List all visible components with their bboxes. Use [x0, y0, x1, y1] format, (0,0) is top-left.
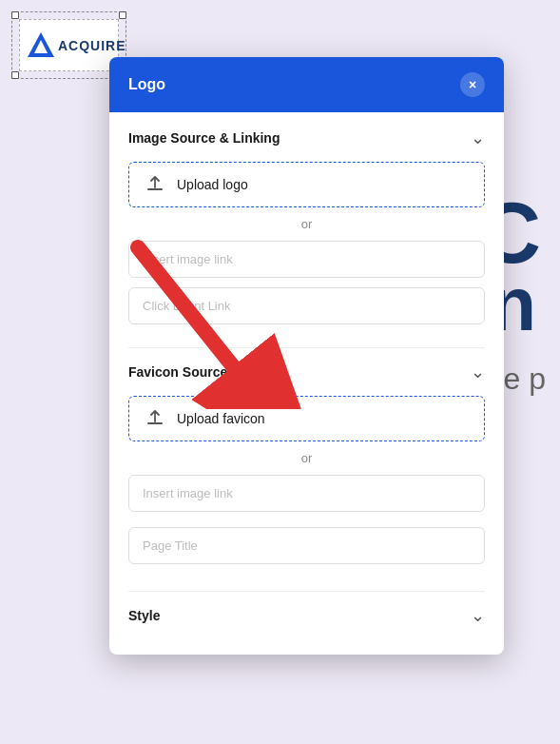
image-link-input[interactable] — [128, 241, 485, 278]
upload-logo-button[interactable]: Upload logo — [128, 162, 485, 207]
modal-title: Logo — [128, 76, 165, 93]
or-divider-1: or — [128, 217, 485, 231]
bg-logo-text: ACQUIRE — [58, 38, 126, 53]
click-event-link-input[interactable] — [128, 287, 485, 324]
upload-logo-icon — [145, 174, 165, 195]
svg-rect-5 — [147, 422, 163, 424]
handle-tl — [11, 11, 19, 19]
section-divider-2 — [128, 591, 485, 592]
page-title-input[interactable] — [128, 527, 485, 564]
section-divider-1 — [128, 347, 485, 348]
svg-rect-4 — [147, 188, 163, 190]
upload-favicon-label: Upload favicon — [177, 411, 265, 426]
favicon-image-link-input[interactable] — [128, 475, 485, 512]
image-source-title: Image Source & Linking — [128, 130, 280, 146]
style-section-header[interactable]: Style ⌄ — [128, 605, 485, 626]
logo-modal: Logo × Image Source & Linking ⌄ Upload l… — [109, 57, 504, 655]
modal-close-button[interactable]: × — [460, 72, 485, 97]
favicon-title: Favicon Source — [128, 364, 227, 380]
upload-logo-label: Upload logo — [177, 177, 248, 192]
handle-tr — [119, 11, 126, 19]
modal-body: Image Source & Linking ⌄ Upload logo or … — [109, 112, 504, 655]
image-source-section-header[interactable]: Image Source & Linking ⌄ — [128, 127, 485, 148]
bg-logo-box: ACQUIRE — [19, 19, 119, 71]
style-chevron-icon: ⌄ — [471, 605, 485, 626]
style-title: Style — [128, 608, 160, 623]
or-divider-2: or — [128, 451, 485, 465]
bg-logo-area: ACQUIRE — [19, 19, 119, 71]
favicon-section-header[interactable]: Favicon Source ⌄ — [128, 362, 485, 382]
handle-bl — [11, 71, 19, 79]
bg-logo-icon — [26, 30, 56, 61]
modal-header: Logo × — [109, 57, 504, 112]
upload-favicon-button[interactable]: Upload favicon — [128, 396, 485, 441]
image-source-chevron-icon: ⌄ — [471, 127, 485, 148]
favicon-chevron-icon: ⌄ — [471, 362, 485, 382]
upload-favicon-icon — [145, 408, 165, 429]
